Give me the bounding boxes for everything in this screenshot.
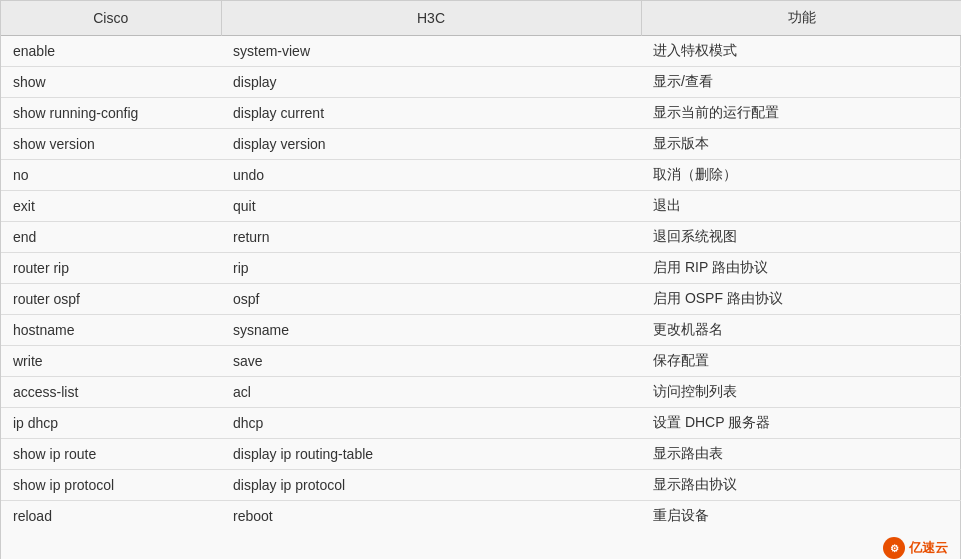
table-row: reloadreboot重启设备 bbox=[1, 501, 961, 532]
table-row: show ip routedisplay ip routing-table显示路… bbox=[1, 439, 961, 470]
cell-func: 保存配置 bbox=[641, 346, 961, 377]
logo-icon-char: ⚙ bbox=[890, 543, 899, 554]
cell-cisco: enable bbox=[1, 36, 221, 67]
cell-h3c: display ip routing-table bbox=[221, 439, 641, 470]
cell-func: 显示路由表 bbox=[641, 439, 961, 470]
table-row: noundo取消（删除） bbox=[1, 160, 961, 191]
cell-h3c: sysname bbox=[221, 315, 641, 346]
cell-cisco: router rip bbox=[1, 253, 221, 284]
cell-func: 取消（删除） bbox=[641, 160, 961, 191]
logo-icon: ⚙ bbox=[883, 537, 905, 559]
cell-h3c: dhcp bbox=[221, 408, 641, 439]
table-row: router ospfospf启用 OSPF 路由协议 bbox=[1, 284, 961, 315]
brand-logo: ⚙ 亿速云 bbox=[883, 537, 948, 559]
cell-h3c: reboot bbox=[221, 501, 641, 532]
cell-h3c: display ip protocol bbox=[221, 470, 641, 501]
table-row: access-listacl访问控制列表 bbox=[1, 377, 961, 408]
cell-h3c: undo bbox=[221, 160, 641, 191]
table-row: router riprip启用 RIP 路由协议 bbox=[1, 253, 961, 284]
cell-func: 重启设备 bbox=[641, 501, 961, 532]
logo-area: ⚙ 亿速云 bbox=[1, 531, 960, 559]
cell-cisco: show ip route bbox=[1, 439, 221, 470]
table-row: enablesystem-view进入特权模式 bbox=[1, 36, 961, 67]
cell-h3c: display version bbox=[221, 129, 641, 160]
table-row: show versiondisplay version显示版本 bbox=[1, 129, 961, 160]
cell-cisco: exit bbox=[1, 191, 221, 222]
table-row: ip dhcpdhcp设置 DHCP 服务器 bbox=[1, 408, 961, 439]
cell-h3c: return bbox=[221, 222, 641, 253]
cell-cisco: no bbox=[1, 160, 221, 191]
cell-cisco: hostname bbox=[1, 315, 221, 346]
cell-func: 启用 OSPF 路由协议 bbox=[641, 284, 961, 315]
header-cisco: Cisco bbox=[1, 1, 221, 36]
header-h3c: H3C bbox=[221, 1, 641, 36]
cell-func: 访问控制列表 bbox=[641, 377, 961, 408]
cell-h3c: quit bbox=[221, 191, 641, 222]
table-row: writesave保存配置 bbox=[1, 346, 961, 377]
cell-cisco: show running-config bbox=[1, 98, 221, 129]
table-row: hostnamesysname更改机器名 bbox=[1, 315, 961, 346]
cell-cisco: show version bbox=[1, 129, 221, 160]
table-header-row: Cisco H3C 功能 bbox=[1, 1, 961, 36]
table-row: exitquit退出 bbox=[1, 191, 961, 222]
cell-cisco: reload bbox=[1, 501, 221, 532]
cell-func: 显示版本 bbox=[641, 129, 961, 160]
cell-func: 显示路由协议 bbox=[641, 470, 961, 501]
cell-func: 退出 bbox=[641, 191, 961, 222]
table-row: endreturn退回系统视图 bbox=[1, 222, 961, 253]
table-row: show running-configdisplay current显示当前的运… bbox=[1, 98, 961, 129]
cell-cisco: router ospf bbox=[1, 284, 221, 315]
table-row: showdisplay显示/查看 bbox=[1, 67, 961, 98]
cell-h3c: acl bbox=[221, 377, 641, 408]
logo-text: 亿速云 bbox=[909, 539, 948, 557]
cell-cisco: end bbox=[1, 222, 221, 253]
cell-func: 显示/查看 bbox=[641, 67, 961, 98]
cell-cisco: show ip protocol bbox=[1, 470, 221, 501]
cell-func: 进入特权模式 bbox=[641, 36, 961, 67]
cell-h3c: display bbox=[221, 67, 641, 98]
header-func: 功能 bbox=[641, 1, 961, 36]
cell-func: 设置 DHCP 服务器 bbox=[641, 408, 961, 439]
cell-cisco: show bbox=[1, 67, 221, 98]
cell-func: 退回系统视图 bbox=[641, 222, 961, 253]
main-container: Cisco H3C 功能 enablesystem-view进入特权模式show… bbox=[0, 0, 961, 559]
cell-func: 启用 RIP 路由协议 bbox=[641, 253, 961, 284]
cell-h3c: rip bbox=[221, 253, 641, 284]
cell-cisco: ip dhcp bbox=[1, 408, 221, 439]
table-row: show ip protocoldisplay ip protocol显示路由协… bbox=[1, 470, 961, 501]
cell-cisco: write bbox=[1, 346, 221, 377]
cell-h3c: system-view bbox=[221, 36, 641, 67]
cell-h3c: ospf bbox=[221, 284, 641, 315]
cell-h3c: save bbox=[221, 346, 641, 377]
cell-func: 显示当前的运行配置 bbox=[641, 98, 961, 129]
cell-cisco: access-list bbox=[1, 377, 221, 408]
cell-h3c: display current bbox=[221, 98, 641, 129]
comparison-table: Cisco H3C 功能 enablesystem-view进入特权模式show… bbox=[1, 1, 961, 531]
cell-func: 更改机器名 bbox=[641, 315, 961, 346]
